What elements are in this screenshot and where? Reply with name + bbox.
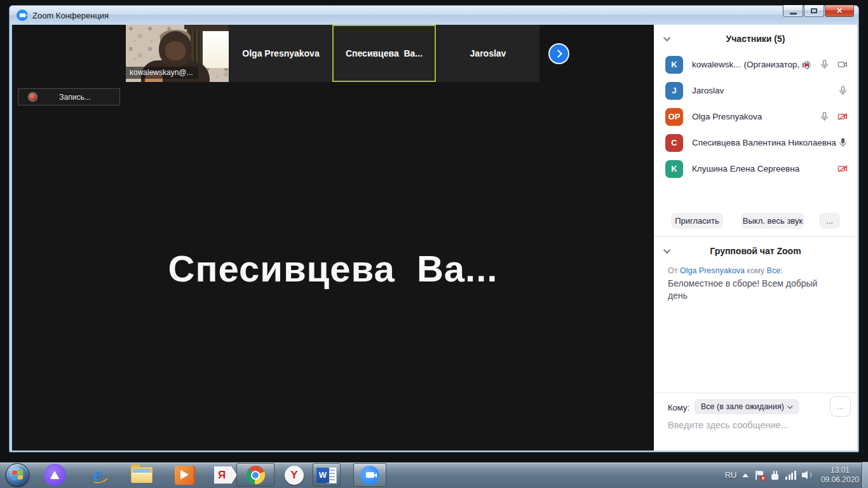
tray-time: 13:01 (821, 466, 859, 475)
video-filmstrip: kowalewskayn@... Olga Presnyakova Спесив… (126, 25, 539, 82)
mute-all-button[interactable]: Выкл. весь звук (741, 213, 804, 229)
tile-name-label: Спесивцева Ва... (346, 48, 423, 58)
maximize-button[interactable] (804, 5, 824, 17)
camera-off-icon[interactable] (837, 163, 848, 174)
start-button[interactable] (5, 462, 29, 488)
recording-status-icon (802, 60, 812, 70)
participant-row[interactable]: J Jaroslav (654, 78, 857, 104)
window-titlebar[interactable]: Zoom Конференция ✕ (10, 6, 858, 25)
chat-message-text: Беломестное в сборе! Всем добрый день (668, 278, 828, 302)
chevron-down-icon[interactable] (663, 247, 670, 254)
alice-icon (44, 464, 66, 486)
avatar: J (665, 82, 683, 100)
avatar: C (665, 134, 683, 152)
participants-header: Участники (5) (654, 25, 857, 53)
taskbar-explorer-button[interactable] (128, 462, 155, 488)
mic-active-icon[interactable] (837, 137, 848, 148)
volume-icon[interactable] (802, 470, 813, 480)
minimize-button[interactable] (783, 5, 803, 17)
yandex-icon: Я (214, 466, 237, 484)
audience-value: Все (в зале ожидания) (701, 402, 784, 411)
yandex-browser-icon: Y (285, 466, 304, 485)
avatar: OP (665, 108, 683, 126)
chat-title: Групповой чат Zoom (710, 246, 801, 256)
chat-recipient-link[interactable]: Все: (767, 266, 783, 275)
taskbar-yandex-arrow-button[interactable]: Я (212, 462, 239, 488)
participants-more-button[interactable]: ... (819, 213, 840, 229)
chat-sender-link[interactable]: Olga Presnyakova (680, 266, 745, 275)
recording-indicator: Запись... (18, 88, 120, 105)
video-tile-self[interactable]: kowalewskayn@... (126, 25, 229, 82)
compose-more-button[interactable]: ... (830, 396, 851, 417)
participants-actions: Пригласить Выкл. весь звук ... (654, 213, 857, 229)
participant-name: Клушина Елена Сергеевна (692, 164, 799, 173)
language-indicator[interactable]: RU (725, 470, 737, 480)
minimize-icon (790, 13, 797, 15)
zoom-app-icon (17, 10, 28, 21)
invite-button[interactable]: Пригласить (671, 213, 723, 229)
video-tile-jaroslav[interactable]: Jaroslav (436, 25, 539, 82)
participant-name: Olga Presnyakova (692, 112, 762, 121)
avatar: K (665, 56, 683, 74)
taskbar-zoom-button[interactable] (353, 463, 386, 487)
camera-off-icon[interactable] (837, 111, 848, 122)
zoom-window: Zoom Конференция ✕ kowalewsk (9, 5, 859, 452)
tile-name-label: Olga Presnyakova (242, 48, 319, 58)
audience-selector[interactable]: Все (в зале ожидания) (694, 399, 799, 414)
action-center-flag-icon[interactable]: ✕ (754, 470, 764, 480)
windows-start-icon (6, 463, 29, 487)
mic-icon[interactable] (819, 111, 830, 122)
network-signal-icon[interactable] (785, 470, 796, 480)
recording-label: Запись... (37, 93, 119, 102)
word-icon: W (316, 466, 337, 484)
mic-icon[interactable] (837, 85, 848, 96)
record-icon (29, 93, 37, 101)
maximize-icon (811, 8, 817, 13)
video-tile-olga[interactable]: Olga Presnyakova (229, 25, 332, 82)
taskbar-yandex-browser-button[interactable]: Y (281, 462, 308, 488)
chevron-right-icon (554, 50, 562, 58)
participant-row[interactable]: K kowalewsk... (Организатор, я) (654, 51, 857, 78)
active-speaker-name: Спесивцева Ва... (12, 247, 654, 290)
compose-to-label: Кому: (668, 403, 689, 412)
participant-name: kowalewsk... (692, 60, 741, 69)
clock[interactable]: 13:01 09.06.2020 (821, 466, 859, 485)
chevron-down-icon (787, 403, 792, 409)
taskbar-chrome-button[interactable] (236, 463, 275, 487)
participant-row[interactable]: C Спесивцева Валентина Николаевна (654, 130, 857, 156)
participant-row[interactable]: K Клушина Елена Сергеевна (654, 156, 857, 182)
self-video-label: kowalewskayn@... (126, 67, 198, 79)
compose-divider (654, 393, 857, 393)
show-desktop-button[interactable] (862, 462, 868, 488)
participant-role: (Организатор, я) (744, 60, 810, 69)
webcam-person-face (165, 41, 186, 60)
power-plug-icon[interactable] (770, 470, 780, 480)
filmstrip-next-button[interactable] (548, 43, 569, 64)
mic-icon[interactable] (819, 59, 830, 70)
participant-name: Jaroslav (692, 86, 724, 95)
taskbar-mediaplayer-button[interactable] (172, 462, 197, 488)
close-button[interactable]: ✕ (825, 5, 854, 17)
tile-name-label: Jaroslav (470, 48, 506, 58)
participants-list: K kowalewsk... (Организатор, я) (654, 51, 857, 182)
internet-explorer-icon: e (89, 464, 111, 486)
desktop: { "window": { "title": "Zoom Конференция… (0, 0, 868, 488)
chat-message-input[interactable] (668, 420, 846, 430)
show-hidden-icons-button[interactable] (742, 473, 749, 477)
camera-icon[interactable] (837, 59, 848, 70)
taskbar-word-button[interactable]: W (313, 463, 341, 487)
taskbar-ie-button[interactable]: e (87, 462, 112, 488)
window-title: Zoom Конференция (32, 11, 109, 20)
video-tile-spesivtseva-active[interactable]: Спесивцева Ва... (332, 25, 436, 82)
participant-name: Спесивцева Валентина Николаевна (692, 138, 836, 147)
video-stage: kowalewskayn@... Olga Presnyakova Спесив… (12, 25, 654, 451)
chat-to-label: кому (747, 266, 765, 275)
participant-row[interactable]: OP Olga Presnyakova (654, 104, 857, 130)
system-tray: RU ✕ 13:01 09.06.2020 (725, 462, 859, 488)
chat-from-label: От (668, 266, 677, 275)
chat-message-meta: От Olga Presnyakova кому Все: (668, 266, 783, 275)
zoom-icon (360, 466, 379, 485)
taskbar-alice-button[interactable] (42, 462, 67, 488)
chevron-down-icon[interactable] (663, 34, 670, 41)
close-icon: ✕ (836, 6, 843, 15)
